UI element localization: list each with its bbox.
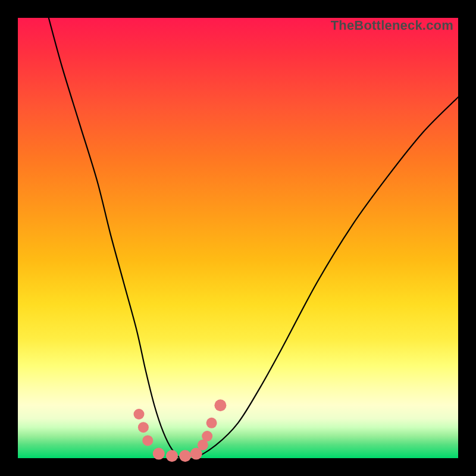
highlight-markers [134,399,227,462]
marker-point [202,431,212,441]
marker-point [206,418,217,428]
marker-point [134,409,145,419]
chart-frame: TheBottleneck.com [0,0,476,476]
marker-point [179,450,191,462]
bottleneck-curve [49,18,458,459]
plot-area: TheBottleneck.com [18,18,458,458]
chart-svg [18,18,458,458]
marker-point [138,422,149,433]
marker-point [166,450,178,462]
marker-point [153,448,165,460]
marker-point [142,435,153,446]
marker-point [214,399,226,411]
